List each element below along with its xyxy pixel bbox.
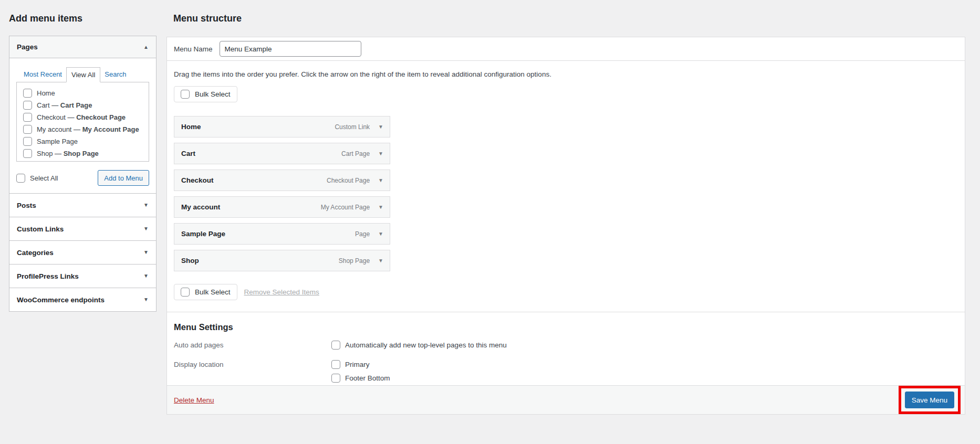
pages-section-body: Most Recent View All Search Home Cart — … [9, 58, 156, 193]
accordion-section-custom-links[interactable]: Custom Links ▼ [9, 217, 156, 240]
page-checkbox-row: Home [23, 87, 145, 99]
page-label: Shop [37, 150, 53, 157]
tab-view-all[interactable]: View All [66, 67, 100, 82]
chevron-down-icon: ▼ [143, 297, 149, 302]
menu-item-type: Page [355, 230, 370, 238]
page-label: My account [37, 125, 71, 133]
add-menu-items-heading: Add menu items [9, 13, 82, 24]
chevron-down-icon: ▼ [143, 250, 149, 255]
section-label: Posts [17, 202, 36, 209]
menu-name-input[interactable] [220, 41, 361, 57]
page-checkbox-row: Sample Page [23, 135, 145, 147]
accordion-section-woocommerce-endpoints[interactable]: WooCommerce endpoints ▼ [9, 288, 156, 311]
bulk-select-checkbox[interactable] [181, 90, 190, 99]
menu-item-title: Cart [181, 150, 195, 157]
select-all-checkbox[interactable] [16, 174, 25, 183]
bulk-select-label: Bulk Select [195, 288, 231, 296]
page-checkbox[interactable] [23, 149, 32, 158]
accordion-section-pages[interactable]: Pages ▲ [9, 36, 156, 58]
menu-item-type: My Account Page [321, 204, 370, 211]
display-location-row: Display location Primary Footer Bottom [174, 360, 958, 387]
drag-instruction-text: Drag the items into the order you prefer… [174, 70, 958, 78]
menu-name-label: Menu Name [174, 45, 213, 53]
menu-item-title: Shop [181, 257, 199, 265]
menu-item-my-account[interactable]: My account My Account Page ▼ [174, 196, 390, 218]
chevron-down-icon: ▼ [143, 203, 149, 208]
page-checkbox[interactable] [23, 113, 32, 122]
separator: — [68, 113, 75, 121]
pages-tabs: Most Recent View All Search [16, 67, 149, 82]
menu-item-type: Shop Page [339, 257, 370, 265]
location-footer-bottom-label: Footer Bottom [345, 374, 390, 382]
auto-add-pages-checkbox[interactable] [331, 341, 340, 350]
menu-item-cart[interactable]: Cart Cart Page ▼ [174, 143, 390, 164]
menu-item-shop[interactable]: Shop Shop Page ▼ [174, 250, 390, 271]
accordion-section-categories[interactable]: Categories ▼ [9, 240, 156, 264]
highlight-annotation: Save Menu [899, 386, 961, 414]
accordion-section-posts[interactable]: Posts ▼ [9, 193, 156, 217]
page-checkbox[interactable] [23, 137, 32, 146]
menu-item-title: Home [181, 123, 201, 131]
menu-structure-body: Drag the items into the order you prefer… [167, 61, 965, 387]
menu-name-bar: Menu Name [167, 37, 965, 61]
menu-structure-heading: Menu structure [173, 13, 242, 24]
menu-item-sample-page[interactable]: Sample Page Page ▼ [174, 223, 390, 245]
remove-selected-items-link[interactable]: Remove Selected Items [244, 288, 319, 296]
tab-most-recent[interactable]: Most Recent [19, 67, 66, 82]
page-checkbox[interactable] [23, 89, 32, 98]
section-label: Categories [17, 249, 54, 257]
page-checkbox[interactable] [23, 101, 32, 110]
save-menu-button[interactable]: Save Menu [905, 392, 954, 408]
add-menu-items-panel: Pages ▲ Most Recent View All Search Home… [9, 36, 157, 312]
menu-settings-heading: Menu Settings [174, 322, 958, 332]
bulk-select-toggle-top[interactable]: Bulk Select [174, 86, 237, 102]
menu-footer-bar: Delete Menu Save Menu [167, 385, 965, 414]
bulk-select-label: Bulk Select [195, 90, 231, 98]
page-checkbox-row: My account — My Account Page [23, 123, 145, 135]
menu-item-title: My account [181, 203, 220, 211]
pages-section-label: Pages [17, 43, 38, 51]
location-primary-checkbox[interactable] [331, 360, 340, 369]
tab-search[interactable]: Search [100, 67, 130, 82]
menu-item-home[interactable]: Home Custom Link ▼ [174, 116, 390, 138]
section-label: ProfilePress Links [17, 272, 79, 280]
section-label: WooCommerce endpoints [17, 296, 105, 304]
chevron-down-icon: ▼ [143, 226, 149, 231]
separator: — [51, 101, 58, 109]
section-label: Custom Links [17, 225, 64, 233]
accordion-section-profilepress-links[interactable]: ProfilePress Links ▼ [9, 264, 156, 288]
auto-add-pages-row: Auto add pages Automatically add new top… [174, 341, 958, 354]
display-location-label: Display location [174, 360, 331, 387]
auto-add-pages-label: Auto add pages [174, 341, 331, 354]
pages-checklist: Home Cart — Cart Page Checkout — Checkou… [16, 82, 149, 162]
location-primary-label: Primary [345, 361, 370, 368]
separator: — [74, 125, 80, 133]
chevron-down-icon[interactable]: ▼ [378, 204, 383, 210]
page-checkbox[interactable] [23, 125, 32, 134]
auto-add-pages-option-label: Automatically add new top-level pages to… [345, 341, 507, 349]
menu-item-title: Checkout [181, 176, 214, 184]
chevron-down-icon: ▼ [143, 273, 149, 279]
page-state: My Account Page [82, 125, 139, 133]
menu-item-type: Checkout Page [327, 177, 370, 184]
chevron-down-icon[interactable]: ▼ [378, 231, 383, 237]
select-all-row: Select All Add to Menu [16, 170, 149, 186]
page-checkbox-row: Cart — Cart Page [23, 99, 145, 111]
add-to-menu-button[interactable]: Add to Menu [98, 170, 149, 186]
menu-structure-card: Menu Name Drag the items into the order … [166, 37, 965, 415]
bulk-select-toggle-bottom[interactable]: Bulk Select [174, 284, 237, 300]
page-state: Shop Page [64, 150, 99, 157]
bulk-select-checkbox[interactable] [181, 288, 190, 297]
menu-item-checkout[interactable]: Checkout Checkout Page ▼ [174, 170, 390, 191]
page-checkbox-row: Checkout — Checkout Page [23, 111, 145, 123]
location-footer-bottom-checkbox[interactable] [331, 374, 340, 383]
chevron-down-icon[interactable]: ▼ [378, 151, 383, 156]
chevron-down-icon[interactable]: ▼ [378, 258, 383, 263]
delete-menu-link[interactable]: Delete Menu [174, 396, 214, 404]
page-label: Sample Page [37, 138, 78, 145]
menu-items-list: Home Custom Link ▼ Cart Cart Page ▼ Chec… [174, 116, 390, 271]
chevron-down-icon[interactable]: ▼ [378, 177, 383, 183]
chevron-down-icon[interactable]: ▼ [378, 124, 383, 130]
separator: — [55, 150, 61, 157]
page-label: Home [37, 89, 55, 97]
